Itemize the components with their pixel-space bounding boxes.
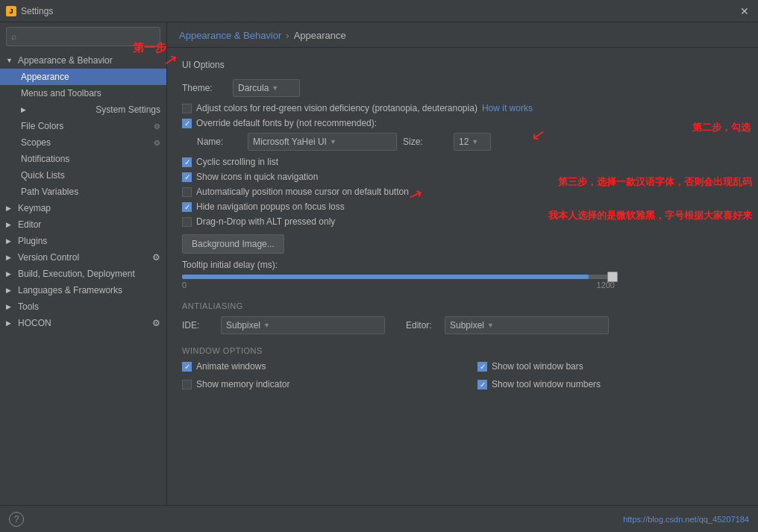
gear-icon: ⚙ <box>154 122 160 131</box>
close-button[interactable]: ✕ <box>737 4 752 19</box>
drag-drop-label: Drag-n-Drop with ALT pressed only <box>196 216 335 227</box>
nav-group-header-hocon[interactable]: HOCON ⚙ <box>0 315 166 331</box>
theme-dropdown[interactable]: Darcula ▼ <box>233 79 300 97</box>
antialiasing-row: IDE: Subpixel ▼ Editor: Subpixel ▼ <box>182 316 743 334</box>
background-image-button[interactable]: Background Image... <box>182 234 284 254</box>
sidebar-item-quick-lists[interactable]: Quick Lists <box>0 167 166 184</box>
nav-group-languages[interactable]: Languages & Frameworks <box>0 282 166 298</box>
name-dropdown-arrow-icon: ▼ <box>330 138 336 145</box>
help-button[interactable]: ? <box>9 512 24 527</box>
nav-group-header-keymap[interactable]: Keymap <box>0 200 166 216</box>
app-icon: J <box>6 6 16 16</box>
breadcrumb-parent[interactable]: Appearance & Behavior <box>179 30 281 41</box>
sidebar-item-file-colors[interactable]: File Colors ⚙ <box>0 118 166 134</box>
window-options-section: Window Options Animate windows Show tool… <box>182 346 743 394</box>
window-title: Settings <box>21 6 53 16</box>
arrow-plugins-icon <box>6 237 15 245</box>
nav-group-header-editor[interactable]: Editor <box>0 216 166 233</box>
nav-group-tools[interactable]: Tools <box>0 298 166 315</box>
how-it-works-link[interactable]: How it works <box>482 103 533 113</box>
sidebar: ⌕ Appearance & Behavior Appearance Menus… <box>0 22 167 532</box>
drag-drop-row[interactable]: Drag-n-Drop with ALT pressed only <box>182 216 743 227</box>
nav-group-header-plugins[interactable]: Plugins <box>0 233 166 249</box>
nav-group-hocon[interactable]: HOCON ⚙ <box>0 315 166 331</box>
hocon-icon: ⚙ <box>152 318 160 328</box>
ide-aa-label: IDE: <box>182 320 212 331</box>
cyclic-scrolling-row[interactable]: Cyclic scrolling in list <box>182 157 743 167</box>
antialiasing-title: Antialiasing <box>182 301 743 310</box>
ide-aa-value: Subpixel <box>226 320 260 331</box>
size-value: 12 <box>459 137 469 147</box>
adjust-colors-row[interactable]: Adjust colors for red-green vision defic… <box>182 103 743 113</box>
nav-section: Appearance & Behavior Appearance Menus a… <box>0 51 166 333</box>
tooltip-slider-track[interactable] <box>182 275 615 279</box>
show-icons-row[interactable]: Show icons in quick navigation <box>182 172 743 182</box>
auto-position-row[interactable]: Automatically position mouse cursor on d… <box>182 187 743 197</box>
nav-group-header-vc[interactable]: Version Control ⚙ <box>0 249 166 266</box>
show-tool-numbers-row[interactable]: Show tool window numbers <box>477 379 743 389</box>
settings-content: UI Options Theme: Darcula ▼ Adjust color… <box>167 48 758 532</box>
animate-windows-label: Animate windows <box>196 361 266 372</box>
show-tool-bars-row[interactable]: Show tool window bars <box>477 361 743 372</box>
editor-aa-value: Subpixel <box>450 320 484 331</box>
override-fonts-row[interactable]: Override default fonts by (not recommend… <box>182 118 743 128</box>
breadcrumb: Appearance & Behavior › Appearance <box>167 22 758 48</box>
arrow-build-icon <box>6 270 15 278</box>
nav-group-header-build[interactable]: Build, Execution, Deployment <box>0 266 166 282</box>
nav-group-keymap[interactable]: Keymap <box>0 200 166 216</box>
nav-group-header-tools[interactable]: Tools <box>0 298 166 315</box>
hide-nav-checkbox[interactable] <box>182 202 192 212</box>
name-size-row: Name: Microsoft YaHei UI ▼ Size: 12 ▼ <box>197 133 743 151</box>
theme-row: Theme: Darcula ▼ <box>182 79 743 97</box>
window-options-title: Window Options <box>182 346 743 355</box>
override-fonts-label: Override default fonts by (not recommend… <box>196 118 377 128</box>
show-memory-label: Show memory indicator <box>196 379 289 389</box>
show-tool-numbers-label: Show tool window numbers <box>492 379 601 389</box>
cyclic-scrolling-label: Cyclic scrolling in list <box>196 157 278 167</box>
show-icons-checkbox[interactable] <box>182 172 192 182</box>
nav-group-version-control[interactable]: Version Control ⚙ <box>0 249 166 266</box>
size-dropdown[interactable]: 12 ▼ <box>454 133 491 151</box>
show-tool-bars-label: Show tool window bars <box>492 361 583 372</box>
hide-nav-row[interactable]: Hide navigation popups on focus loss <box>182 201 743 212</box>
override-fonts-checkbox[interactable] <box>182 119 192 128</box>
search-input[interactable] <box>19 31 155 42</box>
content-area: Appearance & Behavior › Appearance UI Op… <box>167 22 758 532</box>
sidebar-item-path-variables[interactable]: Path Variables <box>0 184 166 200</box>
adjust-colors-checkbox[interactable] <box>182 104 192 113</box>
sidebar-item-appearance[interactable]: Appearance <box>0 69 166 85</box>
show-tool-numbers-checkbox[interactable] <box>477 380 487 389</box>
auto-position-checkbox[interactable] <box>182 187 192 197</box>
nav-group-editor[interactable]: Editor <box>0 216 166 233</box>
show-icons-label: Show icons in quick navigation <box>196 172 318 182</box>
nav-group-appearance-behavior[interactable]: Appearance & Behavior Appearance Menus a… <box>0 52 166 200</box>
nav-group-build[interactable]: Build, Execution, Deployment <box>0 266 166 282</box>
tooltip-slider-thumb[interactable] <box>607 272 618 282</box>
nav-group-header-appearance-behavior[interactable]: Appearance & Behavior <box>0 52 166 69</box>
sidebar-item-scopes[interactable]: Scopes ⚙ <box>0 134 166 151</box>
editor-aa-dropdown[interactable]: Subpixel ▼ <box>445 316 609 334</box>
url-text: https://blog.csdn.net/qq_45207184 <box>623 515 749 524</box>
nav-group-header-languages[interactable]: Languages & Frameworks <box>0 282 166 298</box>
sidebar-item-system-settings[interactable]: ▶ System Settings <box>0 101 166 118</box>
breadcrumb-current: Appearance <box>294 30 346 41</box>
ide-aa-dropdown[interactable]: Subpixel ▼ <box>221 316 385 334</box>
show-memory-checkbox[interactable] <box>182 380 192 389</box>
hide-nav-label: Hide navigation popups on focus loss <box>196 201 345 212</box>
tooltip-label: Tooltip initial delay (ms): <box>182 260 278 270</box>
dropdown-arrow-icon: ▼ <box>272 84 278 92</box>
animate-windows-checkbox[interactable] <box>182 362 192 372</box>
sidebar-item-menus-toolbars[interactable]: Menus and Toolbars <box>0 85 166 101</box>
animate-windows-row[interactable]: Animate windows <box>182 361 448 372</box>
cyclic-scrolling-checkbox[interactable] <box>182 157 192 167</box>
theme-value: Darcula <box>238 83 269 93</box>
show-memory-row[interactable]: Show memory indicator <box>182 379 448 389</box>
sidebar-item-notifications[interactable]: Notifications <box>0 151 166 167</box>
search-box[interactable]: ⌕ <box>6 27 160 46</box>
show-tool-bars-checkbox[interactable] <box>477 362 487 372</box>
nav-group-plugins[interactable]: Plugins <box>0 233 166 249</box>
drag-drop-checkbox[interactable] <box>182 217 192 227</box>
name-dropdown[interactable]: Microsoft YaHei UI ▼ <box>248 133 397 151</box>
breadcrumb-separator: › <box>286 30 289 41</box>
nav-group-label-hocon: HOCON <box>18 318 51 328</box>
